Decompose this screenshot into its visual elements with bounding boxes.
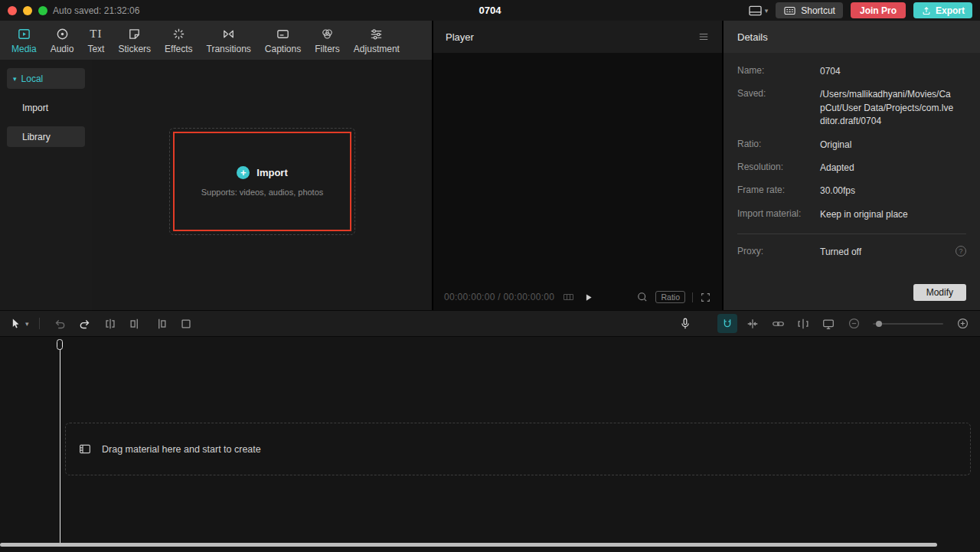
import-row: + Import: [237, 166, 287, 179]
window-controls: [8, 6, 47, 15]
zoom-slider-handle[interactable]: [876, 321, 882, 327]
tab-text[interactable]: TI Text: [80, 21, 111, 60]
track-dropzone[interactable]: Drag material here and start to create: [65, 423, 971, 475]
detail-value: /Users/mallikadhyani/Movies/CapCut/User …: [820, 88, 966, 128]
media-sidebar: ▾ Local Import Library: [0, 60, 92, 310]
export-icon: [921, 5, 932, 16]
split-button[interactable]: [100, 314, 120, 333]
tab-filters[interactable]: Filters: [308, 21, 347, 60]
controls-divider: [692, 292, 693, 302]
redo-button[interactable]: [75, 314, 95, 333]
dropzone-placeholder: Drag material here and start to create: [102, 444, 261, 455]
trim-left-button[interactable]: [126, 314, 145, 333]
detail-label: Resolution:: [737, 162, 820, 175]
details-title: Details: [737, 31, 768, 43]
detail-value: Keep in original place: [820, 208, 919, 221]
detail-row-ratio: Ratio: Original: [737, 139, 966, 152]
detail-row-import-material: Import material: Keep in original place: [737, 208, 966, 221]
sidebar-local-label: Local: [21, 73, 44, 84]
zoom-in-button[interactable]: [952, 314, 972, 333]
timeline-zoom-slider[interactable]: [873, 323, 943, 325]
detail-label: Proxy:: [737, 246, 820, 259]
horizontal-scrollbar[interactable]: [0, 543, 937, 547]
shortcut-label: Shortcut: [801, 5, 835, 16]
material-adjust-button[interactable]: [818, 314, 838, 333]
playhead-handle[interactable]: [57, 339, 63, 350]
auto-snap-toggle[interactable]: [743, 314, 763, 333]
detail-row-name: Name: 0704: [737, 65, 966, 78]
tab-effects-label: Effects: [165, 44, 192, 54]
minimize-window-button[interactable]: [23, 6, 32, 15]
preview-axis-toggle[interactable]: [793, 314, 813, 333]
tab-adjustment[interactable]: Adjustment: [347, 21, 407, 60]
details-divider: [737, 234, 966, 234]
import-title: Import: [256, 167, 287, 178]
join-pro-button[interactable]: Join Pro: [851, 2, 906, 18]
export-button[interactable]: Export: [913, 2, 972, 18]
media-content-area: + Import Supports: videos, audios, photo…: [92, 60, 432, 310]
tab-audio-label: Audio: [51, 44, 74, 54]
effects-tab-icon: [172, 27, 186, 41]
ratio-button[interactable]: Ratio: [655, 291, 685, 303]
audio-tab-icon: [55, 27, 70, 41]
film-icon: [78, 443, 92, 456]
tab-transitions[interactable]: Transitions: [200, 21, 258, 60]
detail-label: Name:: [737, 65, 820, 78]
player-title: Player: [446, 31, 474, 43]
sidebar-library-label: Library: [22, 132, 51, 142]
delete-button[interactable]: [176, 314, 196, 333]
zoom-out-button[interactable]: [844, 314, 864, 333]
import-highlight-outline: [173, 132, 351, 231]
transitions-tab-icon: [221, 27, 236, 41]
main-track-magnet-toggle[interactable]: [717, 314, 737, 333]
tab-stickers[interactable]: Stickers: [111, 21, 158, 60]
tab-captions[interactable]: Captions: [258, 21, 308, 60]
play-button[interactable]: [583, 292, 594, 303]
frame-grid-icon[interactable]: [562, 291, 575, 303]
sidebar-item-import[interactable]: Import: [7, 97, 85, 118]
media-tab-strip: Media Audio TI Text Stickers Effects Tra…: [0, 21, 432, 60]
shortcut-button[interactable]: Shortcut: [776, 2, 843, 18]
toolbar-divider: [39, 318, 40, 329]
timeline[interactable]: Drag material here and start to create: [0, 337, 980, 552]
project-title: 0704: [479, 5, 501, 16]
player-view-controls: Ratio: [636, 291, 711, 303]
linkage-toggle[interactable]: [768, 314, 788, 333]
close-window-button[interactable]: [8, 6, 17, 15]
record-voiceover-button[interactable]: [675, 314, 695, 333]
modify-row: Modify: [737, 284, 966, 301]
detail-label: Ratio:: [737, 139, 820, 152]
sidebar-item-library[interactable]: Library: [7, 126, 85, 147]
tab-adjustment-label: Adjustment: [354, 44, 400, 54]
sidebar-item-local[interactable]: ▾ Local: [7, 68, 85, 89]
details-body: Name: 0704 Saved: /Users/mallikadhyani/M…: [724, 53, 980, 310]
tab-media[interactable]: Media: [5, 21, 44, 60]
adapt-zoom-icon[interactable]: [636, 291, 648, 303]
layout-switch-button[interactable]: ▾: [748, 5, 769, 17]
select-tool-button[interactable]: [8, 314, 23, 333]
select-tool-chevron-icon[interactable]: ▾: [25, 320, 29, 328]
detail-row-resolution: Resolution: Adapted: [737, 162, 966, 175]
proxy-info-icon[interactable]: ?: [956, 246, 966, 256]
undo-button[interactable]: [50, 314, 70, 333]
fullscreen-icon[interactable]: [700, 292, 711, 303]
import-dropzone[interactable]: + Import Supports: videos, audios, photo…: [169, 128, 355, 235]
timeline-toolbar: ▾: [0, 310, 980, 337]
detail-row-proxy: Proxy: Turned off ?: [737, 246, 966, 259]
zoom-window-button[interactable]: [38, 6, 47, 15]
auto-saved-status: Auto saved: 21:32:06: [53, 5, 139, 16]
sidebar-import-label: Import: [22, 103, 48, 113]
detail-row-saved: Saved: /Users/mallikadhyani/Movies/CapCu…: [737, 88, 966, 128]
export-label: Export: [936, 5, 965, 16]
adjustment-tab-icon: [369, 27, 384, 41]
modify-button[interactable]: Modify: [913, 284, 966, 301]
detail-value: Turned off: [820, 246, 872, 259]
detail-label: Saved:: [737, 88, 820, 128]
media-panel: Media Audio TI Text Stickers Effects Tra…: [0, 21, 433, 310]
chevron-down-icon: ▾: [765, 7, 769, 15]
player-menu-icon[interactable]: [697, 31, 710, 42]
tab-effects[interactable]: Effects: [158, 21, 199, 60]
text-tab-icon: TI: [90, 27, 102, 41]
trim-right-button[interactable]: [151, 314, 171, 333]
tab-audio[interactable]: Audio: [44, 21, 81, 60]
